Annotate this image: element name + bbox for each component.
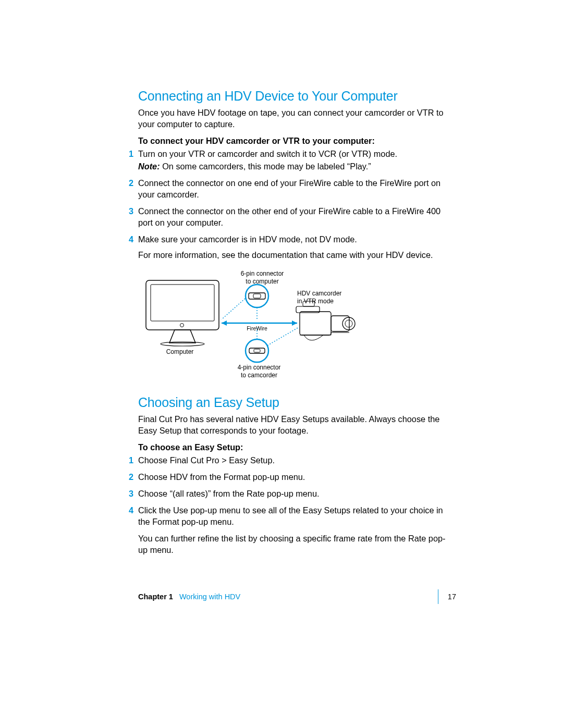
label-camcorder: HDV camcorder in VTR mode — [297, 290, 349, 305]
step-number: 3 — [129, 205, 133, 217]
section-easy-setup: Choosing an Easy Setup Final Cut Pro has… — [138, 395, 451, 556]
step-after: For more information, see the documentat… — [138, 249, 451, 261]
label-firewire: FireWire — [244, 325, 270, 332]
step-2: 2 Connect the connector on one end of yo… — [138, 177, 451, 200]
camcorder-icon — [296, 301, 355, 340]
step-4: 4 Make sure your camcorder is in HDV mod… — [138, 233, 451, 261]
note-rest: On some camcorders, this mode may be lab… — [160, 162, 371, 171]
svg-line-17 — [222, 299, 245, 319]
step-3: 3 Choose “(all rates)” from the Rate pop… — [138, 488, 451, 499]
step-number: 4 — [129, 233, 133, 245]
step-text: Connect the connector on the other end o… — [138, 206, 440, 227]
label-line: 6-pin connector — [241, 270, 284, 277]
label-line: to camcorder — [241, 372, 277, 379]
step-text: Connect the connector on one end of your… — [138, 178, 440, 199]
footer-divider-icon — [438, 589, 438, 604]
step-number: 2 — [129, 177, 133, 189]
step-text: Choose HDV from the Format pop-up menu. — [138, 472, 305, 482]
step-number: 1 — [129, 148, 133, 159]
intro-easy-setup: Final Cut Pro has several native HDV Eas… — [138, 413, 451, 436]
connection-diagram: 6-pin connector to computer HDV camcorde… — [143, 270, 362, 379]
label-line: 4-pin connector — [238, 364, 281, 371]
step-3: 3 Connect the connector on the other end… — [138, 205, 451, 228]
diagram-svg — [143, 270, 362, 379]
steps-connect: 1 Turn on your VTR or camcorder and swit… — [138, 148, 451, 261]
svg-point-6 — [342, 317, 355, 330]
step-number: 1 — [129, 454, 133, 466]
step-text: Make sure your camcorder is in HDV mode,… — [138, 235, 357, 244]
step-note: Note: On some camcorders, this mode may … — [138, 161, 451, 172]
proc-heading-connect: To connect your HDV camcorder or VTR to … — [138, 136, 451, 146]
six-pin-connector-icon — [222, 285, 268, 320]
svg-point-3 — [161, 342, 204, 346]
svg-marker-12 — [292, 320, 297, 326]
label-line: HDV camcorder — [297, 290, 341, 297]
label-line: to computer — [246, 278, 278, 285]
step-4: 4 Click the Use pop-up menu to see all o… — [138, 504, 451, 556]
step-text: Click the Use pop-up menu to see all of … — [138, 505, 443, 526]
step-after: You can further refine the list by choos… — [138, 533, 451, 556]
note-lead: Note: — [138, 162, 160, 171]
svg-point-7 — [345, 320, 352, 327]
label-6pin: 6-pin connector to computer — [236, 270, 288, 286]
svg-rect-4 — [300, 312, 331, 335]
step-number: 3 — [129, 488, 133, 499]
heading-easy-setup: Choosing an Easy Setup — [138, 395, 451, 410]
label-computer: Computer — [159, 348, 201, 356]
intro-connecting: Once you have HDV footage on tape, you c… — [138, 107, 451, 130]
page-number: 17 — [448, 593, 456, 601]
chapter-title: Working with HDV — [179, 593, 429, 601]
heading-connecting: Connecting an HDV Device to Your Compute… — [138, 89, 451, 104]
step-number: 2 — [129, 471, 133, 483]
label-4pin: 4-pin connector to camcorder — [233, 364, 285, 379]
svg-rect-5 — [331, 316, 349, 331]
step-text: Choose Final Cut Pro > Easy Setup. — [138, 455, 275, 465]
steps-easy: 1 Choose Final Cut Pro > Easy Setup. 2 C… — [138, 454, 451, 556]
chapter-label: Chapter 1 — [138, 593, 173, 601]
svg-point-2 — [180, 324, 184, 327]
step-2: 2 Choose HDV from the Format pop-up menu… — [138, 471, 451, 483]
proc-heading-easy: To choose an Easy Setup: — [138, 442, 451, 452]
step-number: 4 — [129, 504, 133, 516]
step-1: 1 Turn on your VTR or camcorder and swit… — [138, 148, 451, 172]
computer-icon — [146, 280, 219, 346]
page-content: Connecting an HDV Device to Your Compute… — [0, 0, 563, 556]
svg-rect-1 — [151, 285, 214, 321]
svg-line-22 — [267, 327, 299, 346]
label-line: in VTR mode — [297, 298, 334, 305]
step-text: Turn on your VTR or camcorder and switch… — [138, 149, 397, 158]
step-1: 1 Choose Final Cut Pro > Easy Setup. — [138, 454, 451, 466]
step-text: Choose “(all rates)” from the Rate pop-u… — [138, 489, 320, 498]
page-footer: Chapter 1 Working with HDV 17 — [138, 589, 456, 604]
svg-marker-11 — [222, 320, 227, 326]
svg-rect-0 — [146, 280, 219, 330]
